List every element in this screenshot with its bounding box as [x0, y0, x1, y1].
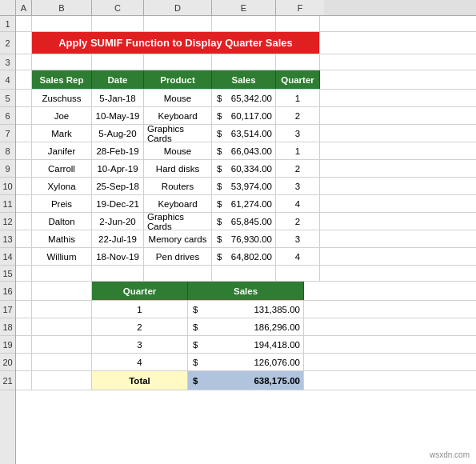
- sales-amount: 65,342.00: [231, 94, 272, 103]
- row-2: Apply SUMIF Function to Display Quarter …: [16, 32, 476, 54]
- row-3: [16, 54, 476, 70]
- row-19: 3$194,418.00: [16, 336, 476, 354]
- col-header-e: E: [212, 0, 276, 15]
- data-sales-5: $65,342.00: [212, 90, 276, 106]
- row-label-16: 16: [0, 282, 15, 301]
- row-5: Zuschuss5-Jan-18Mouse$65,342.001: [16, 90, 476, 107]
- cell-a3: [16, 54, 32, 70]
- data-date-12: 2-Jun-20: [92, 213, 144, 230]
- row-label-11: 11: [0, 195, 15, 213]
- row-labels: 123456789101112131415161718192021: [0, 16, 16, 464]
- sales-amount: 63,514.00: [231, 129, 272, 138]
- dollar-sign: $: [217, 252, 222, 262]
- dollar-sign: $: [217, 146, 222, 156]
- data-date-6: 10-May-19: [92, 107, 144, 124]
- sales-amount: 60,334.00: [231, 164, 272, 174]
- total-dollar: $: [193, 376, 198, 386]
- cell-a11: [16, 195, 32, 212]
- sum-amount: 186,296.00: [254, 322, 300, 332]
- empty-cell: [144, 54, 212, 70]
- header-sales: Sales: [212, 70, 276, 89]
- dollar-sign: $: [217, 129, 222, 138]
- row-14: Willium18-Nov-19Pen drives$64,802.004: [16, 248, 476, 266]
- row-20: 4$126,076.00: [16, 354, 476, 371]
- row-label-15: 15: [0, 266, 15, 282]
- data-rep-9: Carroll: [32, 160, 92, 177]
- data-rep-14: Willium: [32, 248, 92, 265]
- data-sales-14: $64,802.00: [212, 248, 276, 265]
- header-product: Product: [144, 70, 212, 89]
- row-1: [16, 16, 476, 32]
- sum-quarter-val-20: 4: [92, 354, 188, 370]
- sales-amount: 66,043.00: [231, 146, 272, 156]
- data-product-11: Keyboard: [144, 195, 212, 212]
- data-product-9: Hard disks: [144, 160, 212, 177]
- data-rep-7: Mark: [32, 125, 92, 142]
- empty-cell: [32, 16, 92, 31]
- header-quarter: Quarter: [276, 70, 320, 89]
- row-4: Sales RepDateProductSalesQuarter: [16, 70, 476, 90]
- total-amount: 638,175.00: [254, 376, 300, 386]
- row-17: 1$131,385.00: [16, 301, 476, 318]
- sales-amount: 60,117.00: [231, 111, 272, 121]
- data-quarter-7: 3: [276, 125, 320, 142]
- data-sales-10: $53,974.00: [212, 178, 276, 194]
- total-spacer-b: [32, 371, 92, 390]
- row-label-1: 1: [0, 16, 15, 32]
- row-label-18: 18: [0, 318, 15, 336]
- row-16: QuarterSales: [16, 282, 476, 301]
- data-sales-8: $66,043.00: [212, 142, 276, 159]
- data-product-13: Memory cards: [144, 230, 212, 247]
- cell-a8: [16, 142, 32, 159]
- data-rep-5: Zuschuss: [32, 90, 92, 106]
- row-9: Carroll10-Apr-19Hard disks$60,334.002: [16, 160, 476, 178]
- row-8: Janifer28-Feb-19Mouse$66,043.001: [16, 142, 476, 160]
- sales-amount: 61,274.00: [231, 199, 272, 209]
- data-rep-6: Joe: [32, 107, 92, 124]
- cell-a5: [16, 90, 32, 106]
- total-label-cell: Total: [92, 371, 188, 390]
- header-date: Date: [92, 70, 144, 89]
- dollar-sign: $: [217, 111, 222, 121]
- row-label-7: 7: [0, 125, 15, 142]
- empty-cell: [32, 266, 92, 281]
- row-label-13: 13: [0, 230, 15, 248]
- data-quarter-6: 2: [276, 107, 320, 124]
- empty-cell: [92, 16, 144, 31]
- dollar-sign: $: [217, 94, 222, 103]
- empty-cell: [276, 16, 320, 31]
- data-product-7: Graphics Cards: [144, 125, 212, 142]
- data-date-10: 25-Sep-18: [92, 178, 144, 194]
- sum-quarter-val-19: 3: [92, 336, 188, 353]
- cell-a12: [16, 213, 32, 230]
- data-quarter-11: 4: [276, 195, 320, 212]
- grid-content: Apply SUMIF Function to Display Quarter …: [16, 16, 476, 464]
- data-sales-11: $61,274.00: [212, 195, 276, 212]
- cell-a15: [16, 266, 32, 281]
- total-value-cell: $638,175.00: [188, 371, 304, 390]
- dollar-sign: $: [217, 234, 222, 244]
- cell-a1: [16, 16, 32, 31]
- data-product-5: Mouse: [144, 90, 212, 106]
- row-label-21: 21: [0, 371, 15, 390]
- dollar-sign: $: [217, 217, 222, 226]
- data-product-14: Pen drives: [144, 248, 212, 265]
- empty-cell: [144, 16, 212, 31]
- data-date-7: 5-Aug-20: [92, 125, 144, 142]
- sum-data-spacer-17: [32, 301, 92, 318]
- row-label-8: 8: [0, 142, 15, 160]
- data-sales-13: $76,930.00: [212, 230, 276, 247]
- data-quarter-12: 2: [276, 213, 320, 230]
- sales-amount: 65,845.00: [231, 217, 272, 226]
- sum-dollar: $: [193, 358, 198, 367]
- row-13: Mathis22-Jul-19Memory cards$76,930.003: [16, 230, 476, 248]
- row-12: Dalton2-Jun-20Graphics Cards$65,845.002: [16, 213, 476, 230]
- data-quarter-13: 3: [276, 230, 320, 247]
- row-6: Joe10-May-19Keyboard$60,117.002: [16, 107, 476, 125]
- dollar-sign: $: [217, 164, 222, 174]
- cell-a4: [16, 70, 32, 89]
- data-product-12: Graphics Cards: [144, 213, 212, 230]
- empty-cell: [276, 266, 320, 281]
- data-quarter-14: 4: [276, 248, 320, 265]
- data-rep-10: Xylona: [32, 178, 92, 194]
